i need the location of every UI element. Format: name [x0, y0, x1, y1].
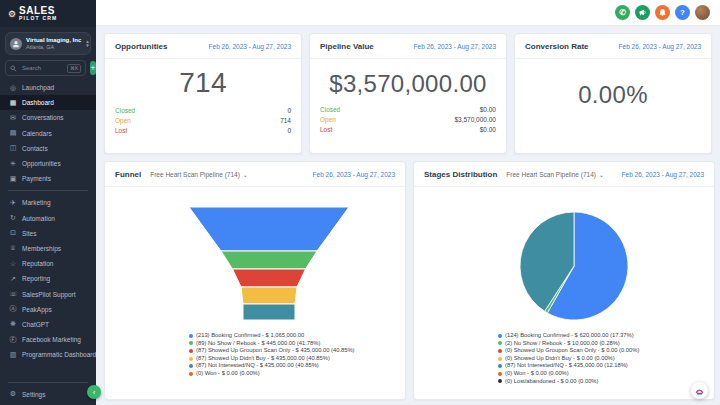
legend-dot-icon	[498, 334, 502, 338]
search-input-wrapper[interactable]: ⌘K	[5, 60, 86, 76]
sidebar-item-label: Dashboard	[22, 99, 54, 106]
stat-row-value: 714	[280, 116, 291, 126]
account-name: Virtual Imaging, Inc	[26, 37, 81, 44]
stat-row-lost: Lost0	[115, 126, 291, 136]
date-range-filter[interactable]: Feb 26, 2023 - Aug 27, 2023	[209, 43, 291, 50]
sidebar-item-label: ChatGPT	[22, 321, 49, 328]
card-title: Funnel	[115, 170, 141, 179]
legend-label: (89) No Show / Rebook - $ 445,000.00 (41…	[196, 340, 320, 348]
sidebar-item-reporting[interactable]: ↗Reporting	[0, 271, 96, 286]
sidebar-item-payments[interactable]: ▣Payments	[0, 171, 96, 186]
opportunities-value: 714	[105, 67, 301, 99]
sidebar-item-conversations[interactable]: ✉Conversations	[0, 110, 96, 125]
legend-item: (213) Booking Confirmed - $ 1,065,000.00	[189, 332, 401, 340]
stat-breakdown: Closed$0.00Open$3,570,000.00Lost$0.00	[310, 98, 506, 134]
search-input[interactable]	[20, 64, 64, 72]
sidebar-item-salespilot-support[interactable]: ☏SalesPilot Support	[0, 286, 96, 301]
sidebar-item-marketing[interactable]: ✈Marketing	[0, 195, 96, 210]
sidebar-item-sites[interactable]: ⊡Sites	[0, 226, 96, 241]
sidebar-collapse-button[interactable]: ‹	[87, 385, 101, 399]
stat-row-open: Open$3,570,000.00	[320, 115, 496, 125]
phone-icon: ✆	[619, 8, 626, 17]
funnel-card: Funnel Free Heart Scan Pipeline (714) ⌄ …	[104, 161, 406, 400]
brand-subname: PILOT CRM	[19, 16, 57, 21]
sidebar-item-label: Settings	[22, 391, 46, 398]
charts-row: Funnel Free Heart Scan Pipeline (714) ⌄ …	[104, 161, 712, 400]
pipeline-selector-value: Free Heart Scan Pipeline (714)	[150, 171, 240, 178]
card-title: Pipeline Value	[320, 42, 374, 51]
legend-dot-icon	[498, 349, 502, 353]
sidebar-item-peakapps[interactable]: ⒶPeakApps	[0, 302, 96, 317]
legend-label: (87) Showed Up Groupon Scan Only - $ 435…	[196, 347, 355, 355]
legend-item: (87) Not Interested/NQ - $ 435,000.00 (4…	[189, 362, 401, 370]
quick-add-button[interactable]: +	[90, 61, 95, 75]
sidebar-item-programmatic-dashboard[interactable]: ▥Programmatic Dashboard	[0, 347, 96, 362]
phone-button[interactable]: ✆	[615, 5, 630, 20]
topbar: ✆ ?	[96, 0, 720, 26]
sidebar-item-label: Memberships	[22, 245, 61, 252]
date-range-filter[interactable]: Feb 26, 2023 - Aug 27, 2023	[619, 43, 701, 50]
funnel-chart	[105, 187, 405, 330]
legend-label: (87) Showed Up Didn't Buy - $ 435,000.00…	[196, 355, 330, 363]
sidebar-item-label: Calendars	[22, 130, 52, 137]
account-avatar-icon	[10, 38, 22, 50]
date-range-filter[interactable]: Feb 26, 2023 - Aug 27, 2023	[414, 43, 496, 50]
announcements-button[interactable]	[635, 5, 650, 20]
contacts-icon: ◫	[9, 144, 17, 152]
sidebar-item-calendars[interactable]: ▤Calendars	[0, 126, 96, 141]
help-widget-button[interactable]	[691, 382, 708, 399]
memberships-icon: ♕	[9, 244, 17, 252]
user-avatar[interactable]	[695, 5, 710, 20]
legend-dot-icon	[189, 341, 193, 345]
stat-row-label: Lost	[320, 125, 332, 135]
sidebar-item-memberships[interactable]: ♕Memberships	[0, 241, 96, 256]
bell-icon	[658, 8, 667, 17]
account-chevron-icon: ▲▼	[85, 40, 89, 48]
programmatic-dashboard-icon: ▥	[9, 351, 17, 359]
notifications-button[interactable]	[655, 5, 670, 20]
date-range-filter[interactable]: Feb 26, 2023 - Aug 27, 2023	[313, 171, 395, 178]
date-range-filter[interactable]: Feb 26, 2023 - Aug 27, 2023	[622, 171, 704, 178]
sidebar-item-reputation[interactable]: ☆Reputation	[0, 256, 96, 271]
funnel-segment	[243, 304, 295, 320]
conversion-rate-value: 0.00%	[515, 81, 711, 109]
sidebar-divider	[8, 382, 88, 383]
stat-row-lost: Lost$0.00	[320, 125, 496, 135]
sidebar-item-dashboard[interactable]: ▦Dashboard	[0, 95, 96, 110]
help-button[interactable]: ?	[675, 5, 690, 20]
sidebar-item-contacts[interactable]: ◫Contacts	[0, 141, 96, 156]
sites-icon: ⊡	[9, 229, 17, 237]
sidebar-item-label: Launchpad	[22, 84, 54, 91]
account-switcher[interactable]: Virtual Imaging, Inc Atlanta, GA ▲▼	[5, 32, 91, 55]
legend-label: (0) Lost/abandoned - $ 0.00 (0.00%)	[505, 378, 598, 386]
marketing-icon: ✈	[9, 199, 17, 207]
sidebar-item-opportunities[interactable]: ✳Opportunities	[0, 156, 96, 171]
legend-dot-icon	[498, 341, 502, 345]
sidebar-item-chatgpt[interactable]: ❋ChatGPT	[0, 317, 96, 332]
pipeline-selector[interactable]: Free Heart Scan Pipeline (714) ⌄	[506, 171, 604, 178]
sidebar-item-facebook-marketing[interactable]: ⒻFacebook Marketing	[0, 332, 96, 347]
stat-row-open: Open714	[115, 116, 291, 126]
card-title: Stages Distribution	[424, 170, 497, 179]
support-icon: ☏	[9, 290, 17, 298]
legend-label: (0) Won - $ 0.00 (0.00%)	[196, 370, 260, 378]
sidebar-item-launchpad[interactable]: ◎Launchpad	[0, 80, 96, 95]
reputation-icon: ☆	[9, 260, 17, 268]
sidebar-item-automation[interactable]: ↻Automation	[0, 211, 96, 226]
search-icon	[10, 65, 17, 72]
sidebar-menu: ◎Launchpad▦Dashboard✉Conversations▤Calen…	[0, 80, 96, 362]
sidebar: ⚙ SALES PILOT CRM Virtual Imaging, Inc A…	[0, 0, 96, 405]
funnel-segment	[241, 287, 297, 304]
pipeline-selector[interactable]: Free Heart Scan Pipeline (714) ⌄	[150, 171, 248, 178]
help-widget-icon	[694, 385, 705, 396]
legend-item: (0) Showed Up Groupon Scan Only - $ 0.00…	[498, 347, 710, 355]
stat-row-label: Open	[115, 116, 131, 126]
legend-label: (87) Not Interested/NQ - $ 435,000.00 (1…	[505, 362, 628, 370]
sidebar-item-settings[interactable]: ⚙ Settings	[0, 387, 96, 402]
stat-row-value: $0.00	[480, 105, 496, 115]
sidebar-item-label: Sites	[22, 230, 36, 237]
settings-gear-icon: ⚙	[9, 390, 17, 398]
legend-dot-icon	[498, 372, 502, 376]
stages-legend: (124) Booking Confirmed - $ 620,000.00 (…	[414, 330, 714, 385]
sidebar-item-label: Conversations	[22, 114, 64, 121]
